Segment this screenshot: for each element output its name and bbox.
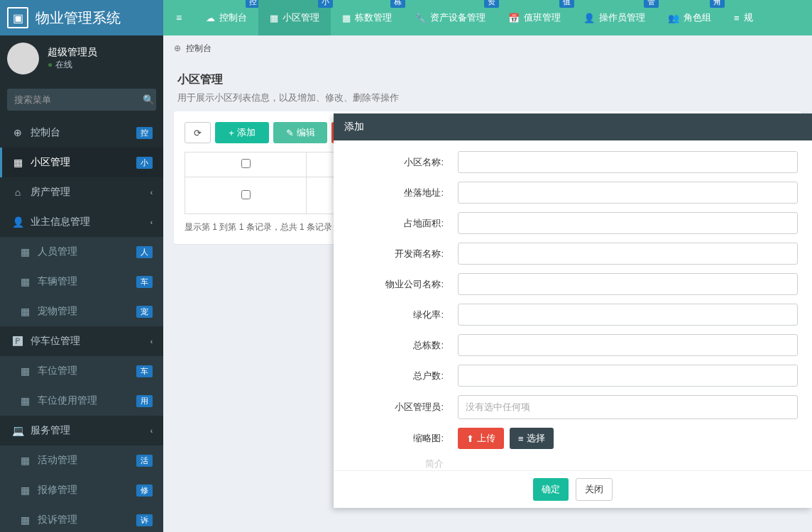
modal-title: 添加: [334, 113, 812, 140]
search-input[interactable]: [7, 89, 141, 111]
text-input-6[interactable]: [458, 334, 798, 356]
form-row: 小区管理员:没有选中任何项: [348, 395, 798, 419]
menu-badge: 人: [136, 246, 153, 258]
menu-badge: 诉: [136, 514, 153, 526]
menu-icon: ▦: [11, 157, 25, 168]
menu-icon: 👤: [11, 216, 25, 228]
tab-icon: 📅: [508, 13, 520, 23]
tab-label: 规: [744, 11, 753, 24]
upload-button[interactable]: ⬆ 上传: [458, 428, 504, 449]
edit-button[interactable]: ✎编辑: [273, 122, 327, 143]
form-row: 绿化率:: [348, 304, 798, 326]
sidebar-toggle-button[interactable]: ≡: [163, 0, 194, 35]
confirm-button[interactable]: 确定: [533, 478, 569, 501]
logo-icon: ▣: [7, 7, 28, 28]
chevron-left-icon: ‹: [150, 218, 153, 226]
tab-label: 角色组: [684, 11, 711, 24]
top-tab-4[interactable]: 📅值班管理值: [497, 0, 572, 35]
form-label: 小区名称:: [348, 156, 458, 169]
status-dot-icon: ●: [48, 60, 53, 70]
menu-label: 业主信息管理: [31, 216, 90, 228]
chevron-left-icon: ‹: [150, 338, 153, 345]
chevron-left-icon: ‹: [150, 189, 153, 196]
menu-badge: 小: [136, 157, 153, 169]
page-title: 小区管理: [177, 72, 798, 87]
add-button[interactable]: +添加: [215, 122, 269, 143]
tab-icon: ≡: [734, 13, 740, 23]
breadcrumb[interactable]: 控制台: [186, 43, 212, 53]
top-tab-7[interactable]: ≡规: [723, 0, 764, 35]
form-label: 简介: [348, 458, 458, 470]
select-all-checkbox[interactable]: [241, 159, 251, 168]
sidebar-item-9[interactable]: ▦车位使用管理用: [0, 386, 163, 416]
text-input-0[interactable]: [458, 151, 798, 173]
menu-icon: ▦: [18, 276, 32, 287]
plus-icon: +: [229, 128, 234, 138]
sidebar-item-4[interactable]: ▦人员管理人: [0, 237, 163, 267]
avatar[interactable]: [7, 43, 39, 74]
form-label: 占地面积:: [348, 217, 458, 230]
form-row: 开发商名称:: [348, 243, 798, 265]
top-tab-1[interactable]: ▦小区管理小: [258, 0, 331, 35]
refresh-button[interactable]: ⟳: [185, 122, 211, 143]
tab-label: 控制台: [219, 11, 247, 24]
menu-label: 服务管理: [31, 424, 70, 437]
text-input-4[interactable]: [458, 273, 798, 295]
tab-icon: ▦: [270, 13, 278, 23]
menu-label: 小区管理: [31, 156, 70, 169]
tab-label: 小区管理: [282, 11, 319, 24]
text-input-2[interactable]: [458, 212, 798, 234]
menu-icon: ▦: [18, 395, 32, 406]
form-label: 小区管理员:: [348, 401, 458, 414]
search-button[interactable]: 🔍: [141, 89, 156, 111]
top-tab-6[interactable]: 👥角色组角: [657, 0, 723, 35]
menu-icon: 💻: [11, 425, 25, 436]
sidebar-item-1[interactable]: ▦小区管理小: [0, 148, 163, 177]
form-row: 缩略图:⬆ 上传≡ 选择: [348, 428, 798, 449]
text-input-5[interactable]: [458, 304, 798, 326]
menu-icon: ▦: [18, 365, 32, 377]
table-header: [185, 153, 307, 177]
text-input-3[interactable]: [458, 243, 798, 265]
text-input-7[interactable]: [458, 365, 798, 387]
sidebar-item-11[interactable]: ▦活动管理活: [0, 445, 163, 475]
text-input-1[interactable]: [458, 182, 798, 204]
form-row: 总栋数:: [348, 334, 798, 356]
close-button[interactable]: 关闭: [576, 478, 613, 501]
sidebar-item-0[interactable]: ⊕控制台控: [0, 118, 163, 148]
form-label: 总栋数:: [348, 339, 458, 352]
app-logo: ▣ 物业管理系统: [0, 0, 163, 35]
sidebar-item-6[interactable]: ▦宠物管理宠: [0, 297, 163, 326]
top-tab-3[interactable]: 🔧资产设备管理资: [403, 0, 497, 35]
sidebar-item-13[interactable]: ▦投诉管理诉: [0, 505, 163, 532]
top-tab-5[interactable]: 👤操作员管理管: [572, 0, 657, 35]
sidebar-item-12[interactable]: ▦报修管理修: [0, 475, 163, 505]
form-label: 物业公司名称:: [348, 278, 458, 291]
form-row: 坐落地址:: [348, 182, 798, 204]
form-label: 缩略图:: [348, 432, 458, 445]
menu-badge: 修: [136, 484, 153, 497]
chevron-left-icon: ‹: [150, 427, 153, 435]
top-tab-0[interactable]: ☁控制台控: [194, 0, 258, 35]
menu-badge: 宠: [136, 306, 153, 318]
breadcrumb-icon: ⊕: [174, 43, 181, 53]
sidebar-item-5[interactable]: ▦车辆管理车: [0, 267, 163, 297]
form-label: 绿化率:: [348, 309, 458, 321]
sidebar-item-2[interactable]: ⌂房产管理‹: [0, 177, 163, 207]
menu-icon: ▦: [18, 306, 32, 317]
choose-button[interactable]: ≡ 选择: [510, 428, 554, 449]
sidebar: 超级管理员 ● 在线 🔍 ⊕控制台控▦小区管理小⌂房产管理‹👤业主信息管理‹▦人…: [0, 35, 163, 532]
sidebar-item-8[interactable]: ▦车位管理车: [0, 356, 163, 386]
admin-select[interactable]: 没有选中任何项: [458, 395, 798, 419]
tab-label: 资产设备管理: [430, 11, 485, 24]
form-label: 总户数:: [348, 370, 458, 382]
row-checkbox[interactable]: [241, 190, 251, 199]
top-tab-2[interactable]: ▦栋数管理栋: [331, 0, 403, 35]
tab-label: 栋数管理: [355, 11, 392, 24]
upload-icon: ⬆: [466, 433, 474, 444]
sidebar-item-7[interactable]: 🅿停车位管理‹: [0, 326, 163, 356]
menu-icon: 🅿: [11, 336, 25, 347]
sidebar-item-3[interactable]: 👤业主信息管理‹: [0, 207, 163, 237]
sidebar-item-10[interactable]: 💻服务管理‹: [0, 416, 163, 445]
page-description: 用于展示小区列表信息，以及增加、修改、删除等操作: [177, 92, 798, 104]
